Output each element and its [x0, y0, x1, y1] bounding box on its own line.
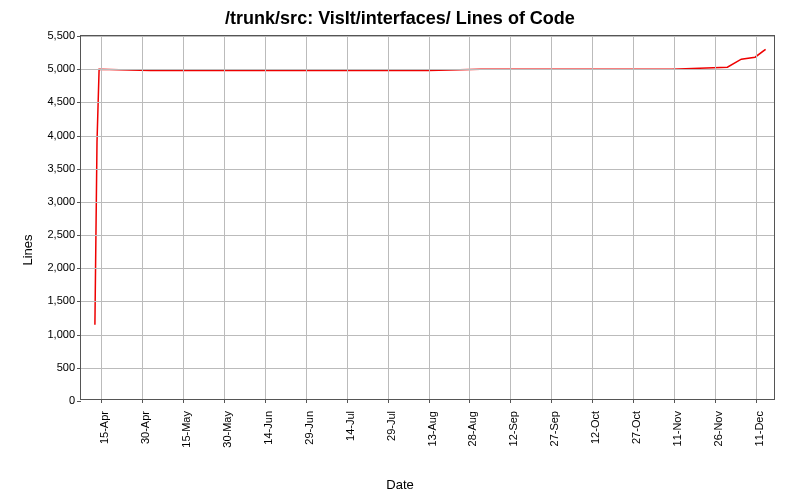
x-tick-label: 11-Nov	[671, 411, 683, 446]
y-tick-label: 500	[25, 361, 75, 373]
gridline-v	[306, 36, 307, 399]
gridline-h	[81, 301, 774, 302]
x-tick	[224, 399, 225, 403]
x-tick-label: 27-Sep	[548, 411, 560, 446]
y-tick	[77, 102, 81, 103]
y-tick-label: 2,500	[25, 228, 75, 240]
y-tick-label: 5,500	[25, 29, 75, 41]
chart-title: /trunk/src: VisIt/interfaces/ Lines of C…	[0, 8, 800, 29]
gridline-v	[224, 36, 225, 399]
y-tick-label: 5,000	[25, 62, 75, 74]
x-tick	[388, 399, 389, 403]
plot-area	[80, 35, 775, 400]
x-tick	[265, 399, 266, 403]
y-tick-label: 1,000	[25, 328, 75, 340]
gridline-v	[756, 36, 757, 399]
gridline-v	[429, 36, 430, 399]
x-tick-label: 27-Oct	[630, 411, 642, 444]
y-tick	[77, 202, 81, 203]
x-tick	[592, 399, 593, 403]
gridline-h	[81, 136, 774, 137]
x-tick	[551, 399, 552, 403]
x-tick-label: 14-Jun	[262, 411, 274, 445]
x-tick	[347, 399, 348, 403]
gridline-h	[81, 102, 774, 103]
x-tick	[429, 399, 430, 403]
y-tick	[77, 235, 81, 236]
x-tick-label: 26-Nov	[712, 411, 724, 446]
x-tick-label: 11-Dec	[753, 411, 765, 446]
y-tick-label: 2,000	[25, 261, 75, 273]
y-tick-label: 3,000	[25, 195, 75, 207]
x-tick	[142, 399, 143, 403]
y-tick-label: 1,500	[25, 294, 75, 306]
gridline-v	[715, 36, 716, 399]
gridline-h	[81, 335, 774, 336]
gridline-v	[592, 36, 593, 399]
y-tick	[77, 301, 81, 302]
y-tick-label: 4,500	[25, 95, 75, 107]
x-tick-label: 15-May	[180, 411, 192, 448]
x-tick	[101, 399, 102, 403]
x-tick-label: 14-Jul	[344, 411, 356, 441]
x-tick	[715, 399, 716, 403]
x-tick	[510, 399, 511, 403]
y-tick-label: 4,000	[25, 129, 75, 141]
y-tick	[77, 268, 81, 269]
gridline-v	[674, 36, 675, 399]
gridline-v	[183, 36, 184, 399]
gridline-h	[81, 69, 774, 70]
x-tick-label: 13-Aug	[426, 411, 438, 446]
x-tick-label: 30-Apr	[139, 411, 151, 444]
x-tick	[756, 399, 757, 403]
x-axis-label: Date	[0, 477, 800, 492]
gridline-h	[81, 169, 774, 170]
y-tick	[77, 36, 81, 37]
x-tick	[306, 399, 307, 403]
x-tick-label: 28-Aug	[466, 411, 478, 446]
x-tick-label: 29-Jun	[303, 411, 315, 445]
x-tick-label: 15-Apr	[98, 411, 110, 444]
y-tick	[77, 335, 81, 336]
gridline-h	[81, 202, 774, 203]
x-tick-label: 30-May	[221, 411, 233, 448]
x-tick	[183, 399, 184, 403]
gridline-h	[81, 235, 774, 236]
gridline-v	[469, 36, 470, 399]
x-tick	[633, 399, 634, 403]
gridline-v	[347, 36, 348, 399]
y-tick-label: 0	[25, 394, 75, 406]
x-tick-label: 12-Oct	[589, 411, 601, 444]
gridline-v	[142, 36, 143, 399]
gridline-v	[551, 36, 552, 399]
gridline-v	[633, 36, 634, 399]
gridline-v	[101, 36, 102, 399]
gridline-h	[81, 268, 774, 269]
y-tick-label: 3,500	[25, 162, 75, 174]
x-tick	[674, 399, 675, 403]
gridline-h	[81, 36, 774, 37]
y-tick	[77, 401, 81, 402]
x-tick-label: 12-Sep	[507, 411, 519, 446]
chart-container: /trunk/src: VisIt/interfaces/ Lines of C…	[0, 0, 800, 500]
y-tick	[77, 136, 81, 137]
gridline-v	[510, 36, 511, 399]
y-tick	[77, 69, 81, 70]
gridline-v	[265, 36, 266, 399]
x-tick	[469, 399, 470, 403]
x-tick-label: 29-Jul	[385, 411, 397, 441]
y-tick	[77, 169, 81, 170]
y-tick	[77, 368, 81, 369]
gridline-h	[81, 368, 774, 369]
gridline-v	[388, 36, 389, 399]
